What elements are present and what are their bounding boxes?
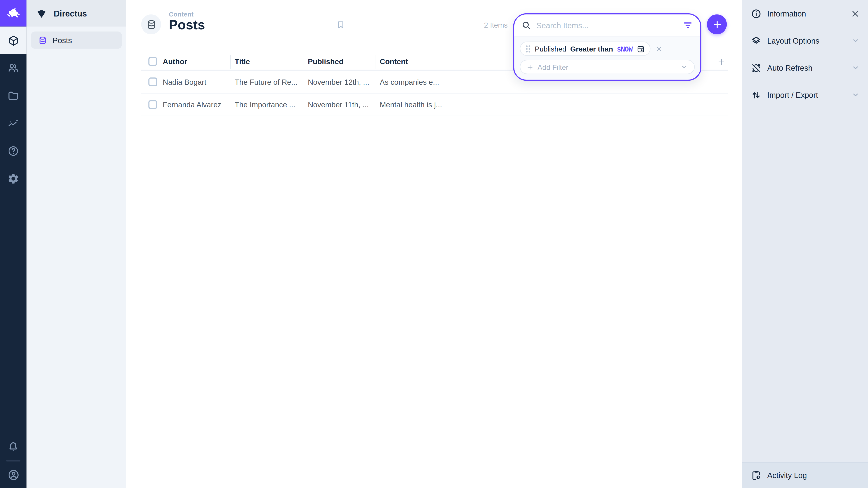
remove-filter-icon[interactable]	[655, 45, 662, 53]
cell-title: The Importance ...	[235, 101, 295, 109]
cell-published: November 11th, ...	[308, 101, 369, 109]
column-header-title[interactable]: Title	[235, 58, 250, 66]
column-divider[interactable]	[230, 55, 231, 69]
gear-icon	[7, 173, 20, 185]
add-filter-label: Add Filter	[537, 63, 568, 71]
search-input[interactable]	[536, 21, 683, 30]
database-icon	[38, 36, 47, 44]
users-icon	[7, 62, 20, 74]
chevron-down-icon	[851, 64, 860, 72]
content-cube-icon	[7, 35, 19, 46]
column-divider[interactable]	[303, 55, 303, 69]
navigation-sidebar: Directus Posts	[27, 0, 126, 488]
user-avatar[interactable]	[0, 461, 27, 488]
module-bar	[0, 0, 27, 488]
search-filter-panel: Published Greater than $NOW	[513, 13, 702, 81]
cell-author: Nadia Bogart	[163, 78, 206, 86]
help-icon	[7, 145, 20, 157]
info-icon	[751, 8, 762, 19]
chevron-down-icon	[851, 91, 860, 99]
column-divider[interactable]	[447, 55, 447, 69]
filter-icon[interactable]	[683, 20, 693, 31]
activity-log-label: Activity Log	[767, 471, 807, 480]
search-icon	[522, 20, 531, 30]
collection-nav-label: Posts	[53, 36, 72, 44]
close-sidebar-icon[interactable]	[851, 9, 860, 18]
select-all-checkbox[interactable]	[148, 57, 157, 66]
search-row	[514, 14, 700, 37]
column-header-content[interactable]: Content	[380, 58, 408, 66]
sidebar-section-auto-refresh[interactable]: Auto Refresh	[742, 54, 868, 81]
main-content: Content Posts 2 Items	[126, 0, 742, 488]
plus-icon	[712, 19, 722, 30]
layers-icon	[751, 35, 762, 46]
filter-field: Published	[535, 44, 566, 53]
cell-content: As companies e...	[380, 78, 439, 86]
filter-chip-published[interactable]: Published Greater than $NOW	[520, 41, 650, 56]
row-checkbox[interactable]	[148, 77, 157, 86]
page-title: Posts	[169, 18, 205, 32]
project-name: Directus	[54, 8, 87, 18]
cell-title: The Future of Re...	[235, 78, 298, 86]
page-title-block: Content Posts	[169, 11, 205, 32]
project-header[interactable]: Directus	[27, 0, 126, 27]
bookmark-icon[interactable]	[336, 20, 346, 29]
filter-operator[interactable]: Greater than	[570, 44, 613, 53]
filter-value[interactable]: $NOW	[617, 44, 632, 53]
sidebar-section-label: Information	[767, 9, 806, 18]
column-divider[interactable]	[375, 55, 375, 69]
insights-chart-icon	[7, 117, 20, 129]
sidebar-item-posts[interactable]: Posts	[31, 32, 122, 49]
table-row[interactable]: Fernanda Alvarez The Importance ... Nove…	[141, 94, 728, 116]
folder-icon	[7, 90, 20, 102]
items-count: 2 Items	[484, 21, 507, 29]
sidebar-section-information[interactable]: Information	[742, 0, 868, 27]
column-header-published[interactable]: Published	[308, 58, 344, 66]
breadcrumb: Content	[169, 11, 205, 18]
row-checkbox[interactable]	[148, 100, 157, 109]
column-header-author[interactable]: Author	[163, 58, 187, 66]
add-column-icon[interactable]	[717, 58, 725, 66]
add-filter-button[interactable]: Add Filter	[520, 60, 695, 74]
collection-icon-circle	[141, 14, 161, 34]
cell-content: Mental health is j...	[380, 101, 442, 109]
import-export-icon	[751, 90, 762, 101]
chevron-down-icon	[680, 63, 688, 71]
chevron-down-icon	[851, 37, 860, 45]
directus-logo[interactable]	[0, 0, 27, 27]
module-file-library[interactable]	[0, 82, 27, 109]
rabbit-logo-icon	[6, 6, 21, 21]
calendar-icon[interactable]	[636, 44, 645, 53]
plus-icon	[526, 63, 534, 70]
project-fan-icon	[36, 8, 47, 19]
directus-app: Directus Posts C	[0, 0, 868, 488]
sidebar-section-label: Layout Options	[767, 36, 819, 45]
sync-disabled-icon	[751, 62, 762, 73]
sidebar-section-label: Auto Refresh	[767, 63, 812, 72]
database-icon	[146, 19, 156, 30]
sidebar-section-label: Import / Export	[767, 90, 818, 99]
module-settings[interactable]	[0, 165, 27, 193]
bell-icon	[7, 441, 20, 453]
module-content[interactable]	[0, 27, 27, 54]
activity-log-button[interactable]: Activity Log	[742, 462, 868, 488]
module-documentation[interactable]	[0, 137, 27, 165]
create-item-button[interactable]	[707, 14, 727, 34]
active-filters-area: Published Greater than $NOW	[514, 37, 700, 80]
module-insights[interactable]	[0, 109, 27, 137]
notifications-button[interactable]	[0, 434, 27, 460]
info-sidebar: Information Layout Options	[742, 0, 868, 488]
account-circle-icon	[7, 468, 20, 481]
module-user-directory[interactable]	[0, 54, 27, 82]
sidebar-section-import-export[interactable]: Import / Export	[742, 81, 868, 108]
activity-log-icon	[751, 470, 762, 481]
sidebar-section-layout-options[interactable]: Layout Options	[742, 27, 868, 54]
drag-handle-icon[interactable]	[525, 44, 531, 53]
cell-author: Fernanda Alvarez	[163, 101, 221, 109]
cell-published: November 12th, ...	[308, 78, 369, 86]
